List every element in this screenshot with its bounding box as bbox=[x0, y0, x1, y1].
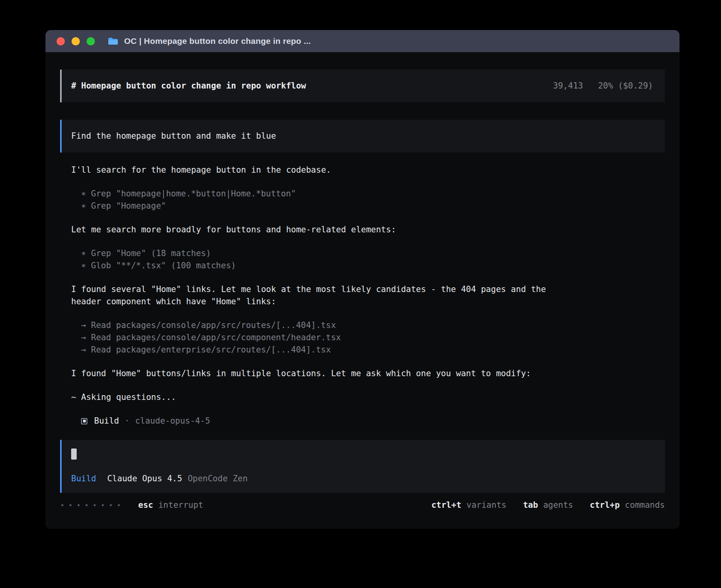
tool-call-grep: ∗ Grep "Homepage" bbox=[71, 200, 665, 212]
session-view: # Homepage button color change in repo w… bbox=[45, 52, 679, 529]
tool-call-grep: ∗ Grep "Home" (18 matches) bbox=[71, 247, 665, 260]
context-usage: 20% ($0.29) bbox=[598, 80, 653, 92]
shortcut-commands: ctrl+pcommands bbox=[590, 499, 665, 511]
shortcut-variants: ctrl+tvariants bbox=[431, 499, 506, 511]
close-button[interactable] bbox=[57, 37, 65, 45]
assistant-paragraph: I found several "Home" links. Let me loo… bbox=[71, 283, 573, 308]
assistant-paragraph: I found "Home" buttons/links in multiple… bbox=[71, 368, 665, 380]
agent-mode-name: Build bbox=[94, 415, 119, 427]
assistant-transcript: I'll search for the homepage button in t… bbox=[60, 153, 665, 427]
session-metrics: 39,413 20% ($0.29) bbox=[553, 80, 653, 92]
esc-key-label: interrupt bbox=[158, 499, 203, 511]
titlebar[interactable]: OC | Homepage button color change in rep… bbox=[45, 30, 679, 52]
shortcut-key: ctrl+p bbox=[590, 500, 620, 510]
traffic-lights bbox=[57, 37, 95, 45]
shortcut-label: commands bbox=[625, 500, 665, 510]
model-status-line: Build Claude Opus 4.5 OpenCode Zen bbox=[71, 473, 655, 485]
agent-model-name: claude-opus-4-5 bbox=[135, 415, 210, 427]
shortcut-label: agents bbox=[543, 500, 573, 510]
tool-call-read: → Read packages/enterprise/src/routes/[.… bbox=[71, 344, 665, 356]
tool-call-read: → Read packages/console/app/src/routes/[… bbox=[71, 319, 665, 332]
shortcut-agents: tabagents bbox=[523, 499, 573, 511]
shortcut-key: tab bbox=[523, 500, 538, 510]
user-message: Find the homepage button and make it blu… bbox=[60, 120, 665, 153]
tool-call-glob: ∗ Glob "**/*.tsx" (100 matches) bbox=[71, 260, 665, 272]
assistant-paragraph: Let me search more broadly for buttons a… bbox=[71, 224, 665, 236]
status-bar: ∙∙∙∙∙∙∙∙ esc interrupt ctrl+tvariants ta… bbox=[60, 499, 665, 511]
zoom-button[interactable] bbox=[87, 37, 95, 45]
model-name: Claude Opus 4.5 bbox=[107, 473, 182, 485]
status-bar-left: ∙∙∙∙∙∙∙∙ esc interrupt bbox=[60, 499, 203, 511]
prompt-input[interactable]: Build Claude Opus 4.5 OpenCode Zen bbox=[60, 440, 665, 493]
assistant-paragraph: I'll search for the homepage button in t… bbox=[71, 164, 665, 176]
activity-status: ~ Asking questions... bbox=[71, 391, 665, 403]
text-cursor bbox=[71, 449, 77, 460]
session-title: # Homepage button color change in repo w… bbox=[71, 80, 306, 92]
session-header: # Homepage button color change in repo w… bbox=[60, 70, 665, 102]
tool-call-grep: ∗ Grep "homepage|home.*button|Home.*butt… bbox=[71, 188, 665, 200]
provider-name: OpenCode Zen bbox=[188, 473, 248, 485]
agent-status-line: Build · claude-opus-4-5 bbox=[71, 415, 665, 427]
status-bar-right: ctrl+tvariants tabagents ctrl+pcommands bbox=[431, 499, 665, 511]
token-count: 39,413 bbox=[553, 80, 583, 92]
tool-call-read: → Read packages/console/app/src/componen… bbox=[71, 332, 665, 344]
minimize-button[interactable] bbox=[72, 37, 80, 45]
agent-mode-icon bbox=[81, 418, 87, 424]
esc-key-hint: esc bbox=[138, 499, 153, 511]
terminal-window: OC | Homepage button color change in rep… bbox=[45, 30, 679, 529]
window-title: OC | Homepage button color change in rep… bbox=[124, 36, 311, 46]
user-message-text: Find the homepage button and make it blu… bbox=[71, 131, 276, 141]
separator-dot: · bbox=[125, 415, 130, 427]
spinner-dots: ∙∙∙∙∙∙∙∙ bbox=[60, 499, 125, 511]
shortcut-label: variants bbox=[466, 500, 506, 510]
shortcut-key: ctrl+t bbox=[431, 500, 461, 510]
folder-icon bbox=[108, 37, 119, 45]
agent-mode-label[interactable]: Build bbox=[71, 473, 96, 485]
